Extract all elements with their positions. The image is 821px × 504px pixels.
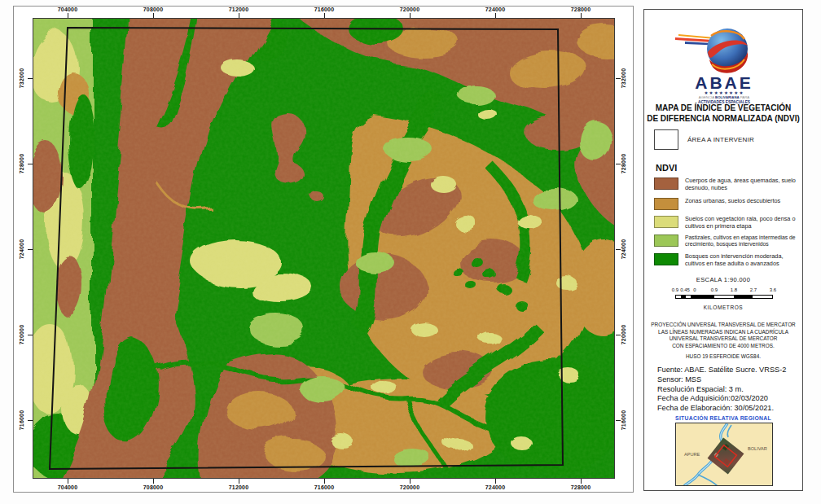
grid-tick [616, 249, 621, 250]
regional-minimap: APURE BOLIVAR [675, 423, 773, 486]
legend-panel: ABAE ★★★★★★★★ AGENCIA BOLIVARIANA PARA A… [643, 9, 803, 491]
grid-tick [239, 479, 239, 484]
grid-label-right: 732000 [620, 60, 628, 96]
legend-item: Pastizales, cultivos en etapas intermedi… [654, 234, 797, 248]
grid-label-bottom: 724000 [477, 484, 513, 492]
source-block: Fuente: ABAE. Satélite Sucre. VRSS-2 Sen… [657, 366, 801, 414]
grid-label-left: 716000 [18, 402, 26, 438]
grid-tick [616, 335, 621, 335]
grid-tick [495, 479, 496, 484]
grid-tick [324, 479, 325, 484]
legend-item: Zonas urbanas, suelos descubiertos [654, 198, 797, 210]
grid-tick [153, 479, 154, 484]
grid-label-right: 720000 [620, 317, 628, 353]
abae-globe-icon [675, 28, 748, 73]
grid-label-bottom: 728000 [563, 484, 599, 492]
legend-label: Zonas urbanas, suelos descubiertos [685, 198, 797, 205]
grid-label-right: 724000 [620, 231, 628, 267]
minimap-title: SITUACIÓN RELATIVA REGIONAL [644, 415, 802, 421]
projection-note: PROYECCIÓN UNIVERSAL TRANSVERSAL DE MERC… [644, 322, 802, 349]
map-title: MAPA DE ÍNDICE DE VEGETACIÓN DE DIFERENC… [644, 103, 802, 124]
grid-label-left: 720000 [18, 317, 26, 353]
legend-swatch-water [654, 177, 678, 190]
grid-label-right: 716000 [620, 402, 628, 438]
legend-label: Bosques con intervención moderada, culti… [685, 253, 797, 267]
legend-swatch-pasture [654, 234, 678, 247]
svg-text:AGENCIA BOLIVARIANA PARA: AGENCIA BOLIVARIANA PARA [699, 95, 750, 99]
grid-tick [616, 420, 621, 421]
legend-label: Suelos con vegetación rala, poco densa o… [685, 216, 797, 230]
legend-swatch-sparse [654, 216, 678, 228]
ndvi-map-document: 704000 708000 712000 716000 720000 72400… [0, 0, 821, 504]
ndvi-heading: NDVI [656, 163, 677, 173]
grid-label-bottom: 704000 [50, 484, 86, 492]
grid-label-bottom: 712000 [221, 484, 257, 492]
grid-tick [581, 479, 582, 484]
scale-bar-labels: 0.9 0.45 0 0.9 1.8 2.7 3.6 [675, 287, 773, 294]
grid-label-right: 728000 [620, 146, 628, 182]
legend-item: Bosques con intervención moderada, culti… [654, 253, 797, 267]
legend-label: Cuerpos de agua, áreas quemadas, suelo d… [685, 177, 797, 191]
grid-label-left: 732000 [18, 60, 26, 96]
grid-tick [616, 78, 621, 79]
area-swatch [654, 129, 678, 150]
huso-note: HUSO 19 ESFEROIDE WGS84. [644, 353, 802, 359]
grid-tick [616, 164, 621, 164]
legend-item: Suelos con vegetación rala, poco densa o… [654, 216, 797, 230]
ndvi-raster-map [33, 18, 615, 479]
grid-label-left: 728000 [18, 146, 26, 182]
scale-title: ESCALA 1:90.000 [644, 276, 802, 283]
abae-stars: ★★★★★★★★ [704, 90, 744, 95]
legend-item: Cuerpos de agua, áreas quemadas, suelo d… [654, 177, 797, 191]
minimap-satellite-thumbnail [708, 438, 744, 475]
legend-swatch-forest [654, 253, 678, 265]
minimap-region-bolivar: BOLIVAR [748, 446, 767, 451]
scale-bar [675, 295, 773, 299]
grid-tick [410, 479, 410, 484]
grid-label-bottom: 720000 [392, 484, 428, 492]
grid-tick [68, 479, 68, 484]
grid-label-bottom: 716000 [306, 484, 342, 492]
scale-unit: KILOMETROS [644, 305, 802, 310]
area-legend-row: ÁREA A INTERVENIR [654, 129, 754, 150]
grid-label-left: 724000 [18, 231, 26, 267]
legend-label: Pastizales, cultivos en etapas intermedi… [685, 234, 797, 248]
legend-swatch-urban [654, 198, 678, 210]
area-label: ÁREA A INTERVENIR [687, 136, 754, 143]
abae-logo: ABAE ★★★★★★★★ AGENCIA BOLIVARIANA PARA A… [669, 16, 779, 104]
minimap-region-apure: APURE [684, 452, 700, 457]
grid-label-bottom: 708000 [135, 484, 171, 492]
